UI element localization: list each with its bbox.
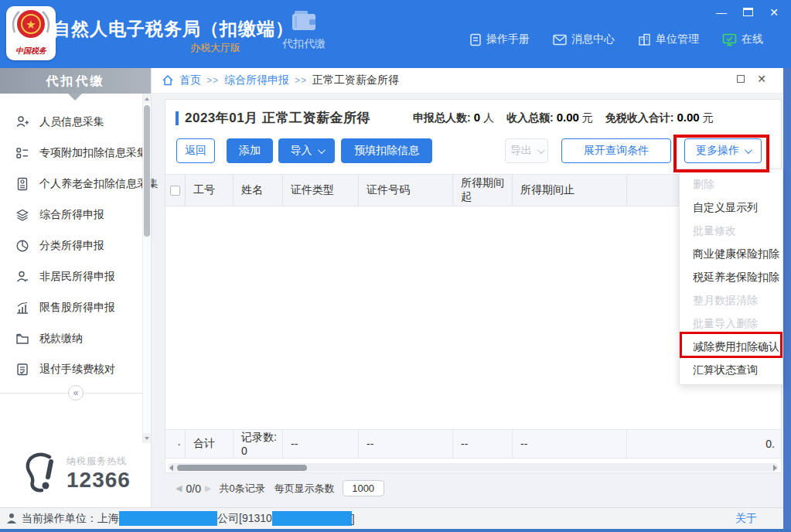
sidebar-item-tax-payment[interactable]: 税款缴纳 xyxy=(0,323,142,354)
select-all-checkbox[interactable] xyxy=(170,186,180,196)
add-button[interactable]: 添加 xyxy=(227,138,273,163)
main-vertical-scrollbar[interactable] xyxy=(783,68,791,532)
stat-total-people: 申报总人数: 0 人 xyxy=(413,111,494,125)
sidebar-item-refund-fee-check[interactable]: 退付手续费核对 xyxy=(0,354,142,385)
menu-item-deferred-pension-deduction[interactable]: 税延养老保险扣除 xyxy=(680,265,782,288)
about-link[interactable]: 关于 xyxy=(735,512,757,526)
sidebar-item-pension-deduction[interactable]: 个人养老金扣除信息采集 xyxy=(0,169,142,200)
sidebar-item-restricted-stock[interactable]: 限售股所得申报 xyxy=(0,292,142,323)
more-actions-label: 更多操作 xyxy=(696,144,739,158)
sidebar-scroll-thumb[interactable] xyxy=(144,105,150,237)
stat-label: 收入总额: xyxy=(506,111,554,125)
sidebar-item-nonresident-income[interactable]: 非居民所得申报 xyxy=(0,261,142,292)
unit-prefix: 上海 xyxy=(97,512,119,526)
sidebar-item-label: 限售股所得申报 xyxy=(39,301,115,315)
pagination: ◀ 0/0 ▶ 共0条记录 每页显示条数 xyxy=(176,480,384,496)
menu-item-customize-columns[interactable]: 自定义显示列 xyxy=(680,196,782,219)
back-button[interactable]: 返回 xyxy=(176,138,215,163)
summary-cell: -- xyxy=(359,430,453,458)
tab-withholding[interactable]: 代扣代缴 xyxy=(269,9,339,60)
stat-value: 0.00 xyxy=(677,111,700,124)
panel-title-row: 2023年01月 正常工资薪金所得 申报总人数: 0 人 收入总额: 0.00 … xyxy=(176,109,714,127)
column-header: 所得期间止 xyxy=(513,175,627,206)
column-header: 证件类型 xyxy=(283,175,359,206)
menu-item-delete: 删除 xyxy=(680,172,782,196)
stat-unit: 元 xyxy=(703,111,714,125)
page-close-button[interactable]: ✕ xyxy=(757,75,766,83)
stat-unit: 人 xyxy=(483,111,494,125)
sidebar-menu: 人员信息采集 专项附加扣除信息采集 个人养老金扣除信息采集 xyxy=(0,107,142,385)
sidebar-item-personnel-info[interactable]: 人员信息采集 xyxy=(0,107,142,138)
minimize-button[interactable]: — xyxy=(715,6,728,19)
sidebar-item-special-deduction[interactable]: 专项附加扣除信息采集 xyxy=(0,138,142,169)
sidebar-collapse-button[interactable]: « xyxy=(68,385,84,401)
menu-item-batch-edit: 批量修改 xyxy=(680,219,782,242)
sidebar-header: 代扣代缴 xyxy=(0,68,151,94)
logo-text: 中国税务 xyxy=(6,46,56,56)
summary-cell-amount: 0. xyxy=(627,430,781,458)
breadcrumb-current: 正常工资薪金所得 xyxy=(312,73,399,87)
window-controls: — ✕ xyxy=(715,6,780,19)
horizontal-scrollbar xyxy=(168,463,779,472)
menu-messages[interactable]: 消息中心 xyxy=(553,32,615,46)
svg-text:★: ★ xyxy=(26,18,36,31)
hotline-texts: 纳税服务热线 12366 xyxy=(66,455,131,493)
sidebar-item-label: 综合所得申报 xyxy=(39,208,104,222)
current-unit-label: 当前操作单位： xyxy=(22,512,97,526)
online-monitor-icon xyxy=(722,33,737,46)
menu-item-health-insurance-deduction[interactable]: 商业健康保险扣除 xyxy=(680,242,782,265)
stat-value: 0.00 xyxy=(557,111,579,124)
tax-bureau-logo: ★ 中国税务 xyxy=(6,6,56,60)
prefill-deduction-button[interactable]: 预填扣除信息 xyxy=(341,138,432,163)
online-status[interactable]: 在线 xyxy=(722,32,763,46)
sidebar-scroll-up[interactable] xyxy=(143,94,151,104)
sidebar-item-comprehensive-income[interactable]: 综合所得申报 xyxy=(0,200,142,230)
menu-manual[interactable]: 操作手册 xyxy=(469,32,530,46)
sidebar-item-label: 专项附加扣除信息采集 xyxy=(39,146,148,160)
more-actions-dropdown: 删除 自定义显示列 批量修改 商业健康保险扣除 税延养老保险扣除 整月数据清除 … xyxy=(679,169,783,385)
title-accent-bar xyxy=(176,111,179,125)
more-actions-button[interactable]: 更多操作 xyxy=(684,138,762,163)
person-icon xyxy=(15,270,29,284)
hotline-number: 12366 xyxy=(66,468,131,493)
building-icon xyxy=(638,33,651,46)
national-emblem-icon: ★ xyxy=(9,6,53,45)
horizontal-scroll-thumb[interactable] xyxy=(177,465,307,471)
menu-item-deduction-fee-confirm[interactable]: 减除费用扣除确认 xyxy=(680,335,782,358)
header-menu: 操作手册 消息中心 单位管理 xyxy=(469,32,763,46)
next-page-icon[interactable]: ▶ xyxy=(205,483,211,493)
breadcrumb-home[interactable]: 首页 xyxy=(179,73,201,87)
expand-query-button[interactable]: 展开查询条件 xyxy=(561,138,671,163)
sidebar-scroll-down[interactable] xyxy=(143,433,151,443)
chevron-down-icon xyxy=(537,146,545,154)
bar-chart-icon xyxy=(15,301,29,315)
per-page-input[interactable] xyxy=(343,480,384,496)
status-bar: 当前操作单位： 上海 公司[91310 ] 关于 xyxy=(0,507,791,529)
select-all-cell xyxy=(165,175,186,206)
sidebar-item-label: 分类所得申报 xyxy=(39,239,104,253)
envelope-icon xyxy=(553,34,567,46)
stat-taxfree-income: 免税收入合计: 0.00 元 xyxy=(605,111,714,125)
close-button[interactable]: ✕ xyxy=(768,6,780,19)
column-header: 证件号码 xyxy=(359,175,453,206)
document-icon xyxy=(469,33,482,46)
import-label: 导入 xyxy=(291,144,312,158)
scroll-left-arrow-icon[interactable] xyxy=(169,465,173,471)
menu-item-settlement-status-query[interactable]: 汇算状态查询 xyxy=(680,358,782,381)
sidebar-item-classified-income[interactable]: 分类所得申报 xyxy=(0,230,142,261)
import-button[interactable]: 导入 xyxy=(278,138,335,163)
sidebar-item-label: 人员信息采集 xyxy=(39,115,104,129)
page-restore-button[interactable] xyxy=(737,75,745,83)
summary-cell: · xyxy=(165,430,186,458)
menu-unit-management[interactable]: 单位管理 xyxy=(638,32,699,46)
scroll-right-arrow-icon[interactable] xyxy=(773,465,777,471)
summary-cell: -- xyxy=(283,430,359,458)
restore-button[interactable] xyxy=(742,6,754,19)
prev-page-icon[interactable]: ◀ xyxy=(176,483,182,493)
home-icon xyxy=(162,74,174,87)
breadcrumb-separator: >> xyxy=(295,75,307,86)
column-header: 姓名 xyxy=(234,175,283,206)
stat-total-income: 收入总额: 0.00 元 xyxy=(506,111,593,125)
hotline-block: 纳税服务热线 12366 xyxy=(20,451,131,496)
breadcrumb-section[interactable]: 综合所得申报 xyxy=(224,73,289,87)
